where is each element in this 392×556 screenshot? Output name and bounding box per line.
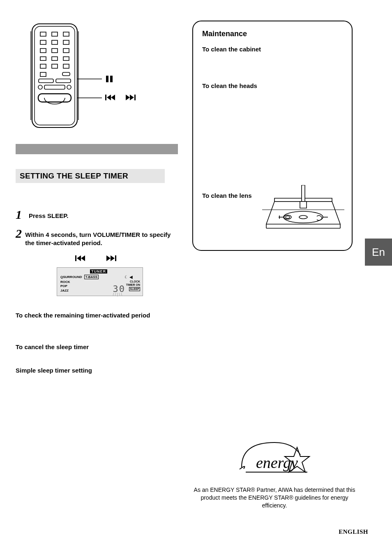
svg-point-24 xyxy=(67,85,71,89)
svg-rect-7 xyxy=(40,40,46,44)
step-number: 2 xyxy=(16,227,23,240)
step-2: 2 Within 4 seconds, turn VOLUME/TIMER to… xyxy=(16,227,180,247)
energy-star-text: As an ENERGY STAR® Partner, AIWA has det… xyxy=(192,486,357,510)
svg-rect-19 xyxy=(40,72,46,76)
lcd-tuner-label: TUNER xyxy=(90,269,107,273)
svg-rect-6 xyxy=(63,32,69,36)
svg-rect-9 xyxy=(63,40,69,44)
skip-forward-icon xyxy=(106,255,116,261)
svg-rect-13 xyxy=(40,57,46,60)
lcd-jazz: JAZZ xyxy=(60,289,70,293)
svg-rect-5 xyxy=(52,32,58,36)
svg-rect-22 xyxy=(56,79,71,83)
svg-rect-15 xyxy=(63,57,69,60)
svg-rect-30 xyxy=(110,76,113,82)
svg-rect-20 xyxy=(62,72,70,76)
svg-marker-38 xyxy=(77,255,81,261)
right-column: Maintenance To clean the cabinet To clea… xyxy=(192,21,357,251)
footer-language: ENGLISH xyxy=(339,528,368,535)
lcd-display-diagram: TUNER QSURROUND T-BASS ☾ ◀ ROCK POP JAZZ… xyxy=(57,255,143,296)
svg-marker-40 xyxy=(106,255,111,261)
lcd-qsurround-row: QSURROUND T-BASS xyxy=(60,275,99,279)
energy-star-logo: energy xyxy=(235,435,314,480)
svg-marker-32 xyxy=(107,95,111,100)
maintenance-cabinet: To clean the cabinet xyxy=(202,46,343,53)
svg-rect-26 xyxy=(38,94,71,102)
svg-marker-33 xyxy=(111,95,115,100)
svg-marker-35 xyxy=(130,95,134,100)
pause-icon xyxy=(106,76,113,82)
svg-rect-16 xyxy=(40,64,46,68)
svg-point-23 xyxy=(38,85,42,89)
step-text: Press SLEEP. xyxy=(29,208,68,220)
skip-back-icon xyxy=(105,95,115,100)
svg-rect-17 xyxy=(52,64,58,68)
svg-rect-54 xyxy=(302,185,305,202)
svg-marker-39 xyxy=(81,255,85,261)
subheading-check-remaining: To check the remaining timer-activated p… xyxy=(16,312,180,319)
lcd-moon-icon: ☾ ◀ xyxy=(125,275,133,279)
language-tab: En xyxy=(365,239,392,266)
lcd-sunray-icon: / / | \ \ xyxy=(113,292,122,297)
svg-rect-29 xyxy=(106,76,108,82)
svg-rect-8 xyxy=(52,40,58,44)
svg-rect-36 xyxy=(134,95,136,100)
maintenance-heads: To clean the heads xyxy=(202,82,343,89)
svg-rect-37 xyxy=(75,255,76,261)
svg-marker-34 xyxy=(126,95,130,100)
svg-text:energy: energy xyxy=(256,454,298,471)
step-number: 1 xyxy=(16,208,27,221)
lens-cleaning-diagram xyxy=(262,185,344,239)
section-heading-sleep-timer: SETTING THE SLEEP TIMER xyxy=(16,169,165,183)
energy-star-block: energy As an ENERGY STAR® Partner, AIWA … xyxy=(192,435,357,510)
subheading-cancel-timer: To cancel the sleep timer xyxy=(16,343,180,350)
lcd-rock: ROCK xyxy=(60,280,70,284)
svg-rect-10 xyxy=(40,49,46,53)
svg-marker-55 xyxy=(300,202,307,208)
manual-page: SETTING THE SLEEP TIMER 1 Press SLEEP. 2… xyxy=(0,0,392,556)
lcd-qsurround: QSURROUND xyxy=(60,275,82,279)
maintenance-box: Maintenance To clean the cabinet To clea… xyxy=(192,21,353,251)
svg-rect-12 xyxy=(63,49,69,53)
lcd-clock-block: CLOCK TIMER ON SLEEP xyxy=(126,280,140,291)
lcd-clock: CLOCK xyxy=(126,280,140,283)
control-icons xyxy=(57,255,143,263)
lcd-sleep: SLEEP xyxy=(129,287,140,291)
step-1: 1 Press SLEEP. xyxy=(16,208,180,221)
lcd-timer-on: TIMER ON xyxy=(126,283,140,287)
svg-rect-31 xyxy=(105,95,106,100)
skip-forward-icon xyxy=(126,95,136,100)
svg-rect-21 xyxy=(39,79,53,83)
step-text: Within 4 seconds, turn VOLUME/TIMER to s… xyxy=(25,227,180,247)
remote-diagram xyxy=(16,21,172,132)
section-divider-bar xyxy=(16,144,178,154)
svg-marker-41 xyxy=(111,255,115,261)
lcd-screen: TUNER QSURROUND T-BASS ☾ ◀ ROCK POP JAZZ… xyxy=(57,267,143,296)
svg-rect-14 xyxy=(52,57,58,60)
skip-back-icon xyxy=(75,255,85,261)
svg-rect-11 xyxy=(52,49,58,53)
lcd-tbass: T-BASS xyxy=(84,275,99,279)
svg-rect-18 xyxy=(63,64,69,68)
svg-rect-4 xyxy=(40,32,46,36)
svg-rect-42 xyxy=(115,255,116,261)
lcd-eq-list: ROCK POP JAZZ xyxy=(60,280,70,293)
remote-illustration xyxy=(16,21,172,132)
left-column: SETTING THE SLEEP TIMER 1 Press SLEEP. 2… xyxy=(16,21,180,374)
maintenance-title: Maintenance xyxy=(202,30,343,38)
subheading-simple-setting: Simple sleep timer setting xyxy=(16,367,180,374)
lcd-pop: POP xyxy=(60,284,70,288)
svg-rect-25 xyxy=(44,85,65,89)
